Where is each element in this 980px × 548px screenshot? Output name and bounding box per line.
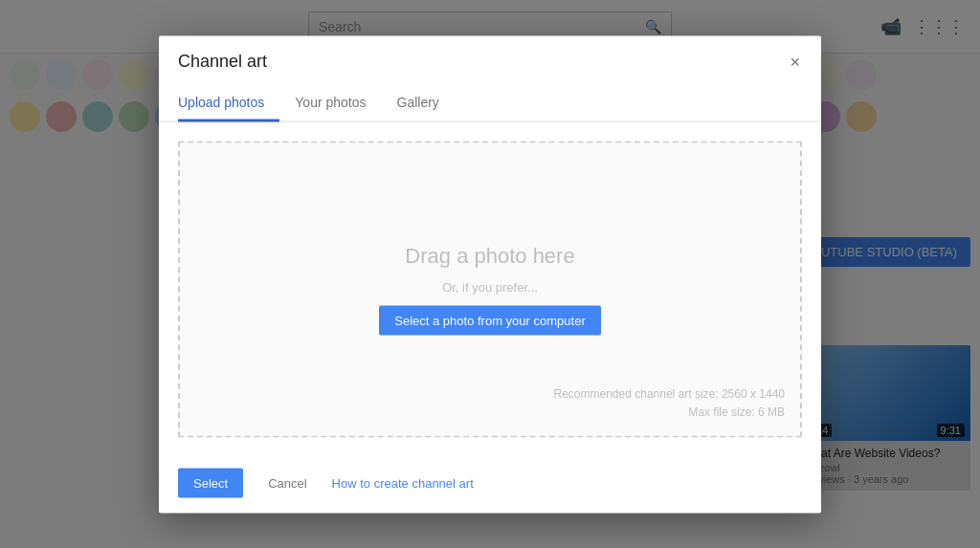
modal-tabs: Upload photos Your photos Gallery <box>159 83 821 121</box>
select-button[interactable]: Select <box>178 468 243 497</box>
select-photo-button[interactable]: Select a photo from your computer <box>379 305 600 335</box>
modal-title: Channel art <box>178 52 267 72</box>
close-button[interactable]: × <box>788 51 802 72</box>
or-text: Or, if you prefer... <box>442 279 538 294</box>
how-to-link[interactable]: How to create channel art <box>332 475 474 490</box>
tab-gallery[interactable]: Gallery <box>397 84 455 121</box>
modal-footer: Select Cancel How to create channel art <box>159 456 821 513</box>
drag-text: Drag a photo here <box>405 243 574 268</box>
dropzone-info: Recommended channel art size: 2560 x 144… <box>554 385 785 422</box>
modal-header: Channel art × <box>159 35 821 83</box>
cancel-button[interactable]: Cancel <box>253 468 322 497</box>
drop-zone[interactable]: Drag a photo here Or, if you prefer... S… <box>178 141 802 437</box>
channel-art-modal: Channel art × Upload photos Your photos … <box>159 35 821 513</box>
tab-your-photos[interactable]: Your photos <box>295 84 381 121</box>
tab-upload-photos[interactable]: Upload photos <box>178 84 279 121</box>
info-line1: Recommended channel art size: 2560 x 144… <box>554 385 785 404</box>
info-line2: Max file size: 6 MB <box>554 404 785 422</box>
